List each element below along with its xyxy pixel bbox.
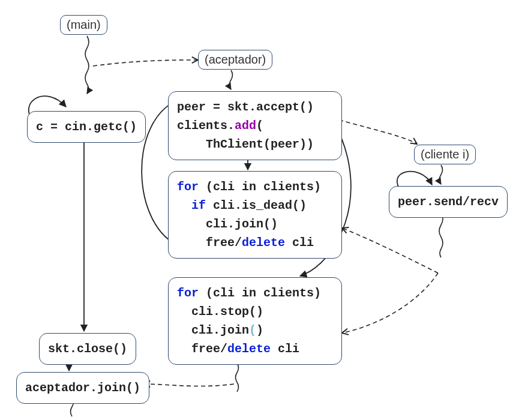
wavy-main-down xyxy=(85,36,89,94)
code-for1-l4a: free/ xyxy=(177,236,242,250)
code-for2-l3a: cli.join xyxy=(177,323,249,337)
wavy-sendrecv-down xyxy=(439,213,443,257)
code-for2-l4a: free/ xyxy=(177,342,227,356)
code-for1-l1b: (cli in clients) xyxy=(199,180,321,194)
code-accept-l2b: ( xyxy=(256,119,263,133)
code-skt-close: skt.close() xyxy=(48,342,127,356)
box-acc-join: aceptador.join() xyxy=(16,372,149,404)
code-for2-l3b: ) xyxy=(256,323,263,337)
label-main: (main) xyxy=(60,15,107,35)
code-for2-l4b: cli xyxy=(271,342,299,356)
code-for1-l4b: cli xyxy=(285,236,314,250)
label-aceptador-text: (aceptador) xyxy=(205,53,266,66)
code-sendrecv: peer.send/recv xyxy=(398,195,499,209)
label-main-text: (main) xyxy=(67,18,101,31)
box-for-shutdown: for (cli in clients) cli.stop() cli.join… xyxy=(168,277,342,365)
code-for1-l3: cli.join() xyxy=(177,217,278,231)
code-for2-paren: ( xyxy=(249,323,256,337)
box-skt-close: skt.close() xyxy=(39,333,136,365)
code-for1-l2b: cli.is_dead() xyxy=(206,199,307,212)
label-aceptador: (aceptador) xyxy=(198,50,272,70)
wavy-aceptador-down xyxy=(230,70,233,89)
code-for2-l2: cli.stop() xyxy=(177,305,263,319)
code-for2-l1b: (cli in clients) xyxy=(199,286,321,300)
dashed-cliente-back-2 xyxy=(342,273,438,333)
code-accept-l2a: clients. xyxy=(177,119,235,133)
code-accept-l1: peer = skt.accept() xyxy=(177,100,314,114)
dashed-accept-to-cliente xyxy=(339,120,417,144)
label-cliente-text: (cliente i) xyxy=(421,148,469,161)
code-acc-join: aceptador.join() xyxy=(25,381,140,395)
code-for2-kw: for xyxy=(177,286,199,300)
box-accept: peer = skt.accept() clients.add( ThClien… xyxy=(168,91,342,160)
dashed-main-to-aceptador xyxy=(93,60,198,66)
code-getc: c = cin.getc() xyxy=(36,120,137,134)
code-for1-delete: delete xyxy=(242,236,285,250)
box-getc: c = cin.getc() xyxy=(27,111,146,143)
code-accept-add: add xyxy=(235,119,256,133)
box-for-cleanup: for (cli in clients) if cli.is_dead() cl… xyxy=(168,171,342,259)
dashed-cliente-back-1 xyxy=(342,228,438,273)
wavy-for2-down xyxy=(236,363,239,392)
code-for2-delete: delete xyxy=(227,342,271,356)
wavy-cliente-down xyxy=(440,165,443,184)
code-for1-kw: for xyxy=(177,180,199,194)
code-for1-if: if xyxy=(177,199,206,212)
code-accept-l3: ThClient(peer)) xyxy=(177,137,314,151)
label-cliente: (cliente i) xyxy=(414,145,476,164)
dashed-for2-to-join xyxy=(144,384,234,386)
box-sendrecv: peer.send/recv xyxy=(389,186,508,218)
